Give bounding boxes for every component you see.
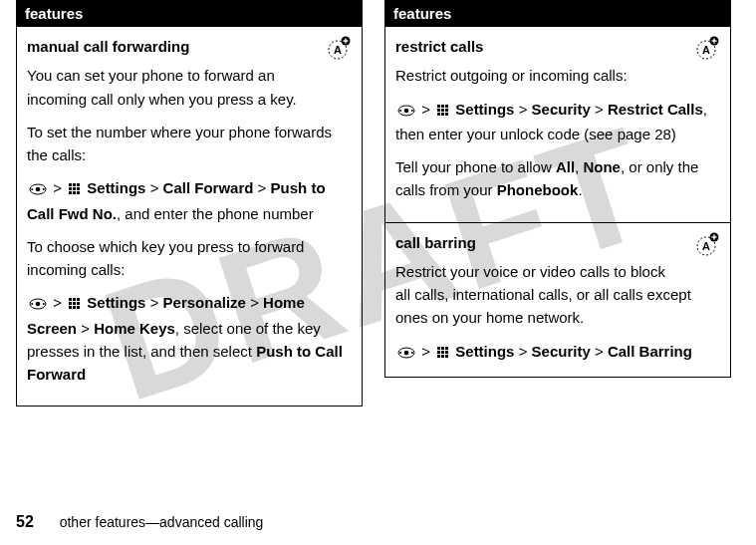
center-key-icon [29, 182, 47, 196]
svg-rect-30 [77, 306, 80, 309]
crumb-settings: Settings [455, 101, 514, 118]
svg-rect-44 [441, 109, 444, 112]
text: Tell your phone to allow [395, 158, 556, 175]
section-title-manual-forwarding: manual call forwarding [27, 35, 352, 58]
left-features-table: features A manual call forwarding You ca… [16, 0, 363, 407]
svg-point-20 [31, 303, 33, 305]
text-mf-intro: You can set your phone to forward an inc… [27, 64, 352, 111]
svg-rect-28 [69, 306, 72, 309]
sep: > [595, 101, 608, 118]
center-key-icon [29, 297, 47, 311]
sep: > [81, 320, 94, 337]
svg-rect-13 [73, 187, 76, 190]
svg-rect-23 [73, 298, 76, 301]
crumb-security: Security [532, 343, 591, 360]
svg-text:A: A [702, 44, 710, 56]
svg-rect-63 [445, 351, 448, 354]
svg-point-37 [404, 108, 409, 113]
network-dependent-icon: A [692, 231, 720, 259]
footer-text: other features—advanced calling [60, 514, 264, 530]
sep: > [258, 179, 271, 196]
svg-rect-48 [445, 113, 448, 116]
svg-point-55 [404, 350, 409, 355]
page-number: 52 [16, 513, 34, 530]
section-title-restrict-calls: restrict calls [395, 35, 720, 58]
text-tail: , and enter the phone number [117, 205, 314, 222]
text-rc-intro: Restrict outgoing or incoming calls: [395, 64, 720, 87]
settings-grid-icon [68, 178, 81, 201]
crumb-call-forward: Call Forward [163, 179, 254, 196]
svg-rect-10 [73, 183, 76, 186]
svg-rect-62 [441, 351, 444, 354]
sep: > [595, 343, 608, 360]
sep: > [150, 179, 163, 196]
right-cell-call-barring: A call barring Restrict your voice or vi… [385, 222, 731, 377]
left-table-header: features [17, 1, 363, 27]
svg-rect-66 [445, 355, 448, 358]
section-title-call-barring: call barring [395, 231, 720, 254]
right-cell-restrict-calls: A restrict calls Restrict outgoing or in… [385, 27, 731, 223]
crumb-settings: Settings [87, 179, 145, 196]
svg-rect-26 [73, 302, 76, 305]
center-key-icon [397, 346, 415, 360]
svg-point-57 [411, 352, 413, 354]
left-column: features A manual call forwarding You ca… [16, 0, 363, 407]
network-dependent-icon: A [692, 35, 720, 63]
sep: > [421, 343, 434, 360]
sep: > [250, 294, 263, 311]
svg-point-7 [31, 188, 33, 190]
sep: > [519, 343, 532, 360]
right-column: features A restrict calls Restrict outgo… [384, 0, 731, 407]
svg-text:A: A [702, 240, 710, 252]
text-rc-allow: Tell your phone to allow All, None, or o… [395, 155, 720, 202]
svg-rect-45 [445, 109, 448, 112]
sep: > [519, 101, 532, 118]
left-cell-manual-forwarding: A manual call forwarding You can set you… [17, 27, 363, 407]
breadcrumb-cb: > Settings > Security > Call Barring [395, 340, 720, 365]
svg-rect-9 [69, 183, 72, 186]
svg-point-21 [43, 303, 45, 305]
svg-point-38 [399, 110, 401, 112]
svg-rect-27 [77, 302, 80, 305]
svg-rect-64 [437, 355, 440, 358]
svg-rect-14 [77, 187, 80, 190]
svg-point-56 [399, 352, 401, 354]
crumb-personalize: Personalize [163, 294, 246, 311]
svg-rect-47 [441, 113, 444, 116]
opt-none: None [583, 158, 621, 175]
settings-grid-icon [436, 342, 449, 365]
sep: > [150, 294, 163, 311]
svg-rect-24 [77, 298, 80, 301]
text: . [578, 181, 582, 198]
svg-point-39 [411, 110, 413, 112]
crumb-home-keys: Home Keys [94, 320, 175, 337]
sep: > [421, 101, 434, 118]
opt-all: All [556, 158, 575, 175]
svg-rect-61 [437, 351, 440, 354]
svg-rect-59 [441, 347, 444, 350]
sep: > [53, 179, 66, 196]
breadcrumb-mf-1: > Settings > Call Forward > Push to Call… [27, 176, 352, 225]
svg-rect-58 [437, 347, 440, 350]
breadcrumb-mf-2: > Settings > Personalize > Home Screen >… [27, 291, 352, 386]
svg-rect-41 [441, 105, 444, 108]
svg-point-19 [36, 302, 41, 307]
crumb-settings: Settings [87, 294, 145, 311]
svg-rect-40 [437, 105, 440, 108]
page-footer: 52 other features—advanced calling [16, 513, 263, 531]
svg-text:A: A [334, 44, 342, 56]
crumb-settings: Settings [455, 343, 514, 360]
opt-phonebook: Phonebook [497, 181, 579, 198]
breadcrumb-rc: > Settings > Security > Restrict Calls, … [395, 98, 720, 146]
svg-rect-16 [73, 191, 76, 194]
svg-rect-42 [445, 105, 448, 108]
svg-rect-17 [77, 191, 80, 194]
text-cb-intro: Restrict your voice or video calls to bl… [395, 260, 720, 330]
sep: > [53, 294, 66, 311]
svg-rect-29 [73, 306, 76, 309]
crumb-call-barring: Call Barring [608, 343, 692, 360]
svg-rect-46 [437, 113, 440, 116]
right-table-header: features [385, 1, 731, 27]
crumb-security: Security [532, 101, 591, 118]
settings-grid-icon [436, 100, 449, 123]
